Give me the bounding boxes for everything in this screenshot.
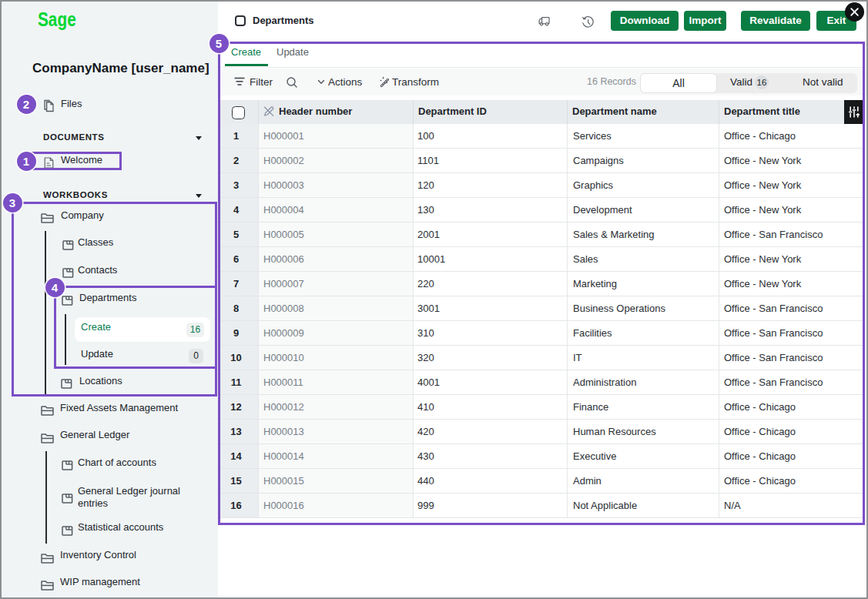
svg-text:Sage: Sage: [38, 9, 76, 30]
